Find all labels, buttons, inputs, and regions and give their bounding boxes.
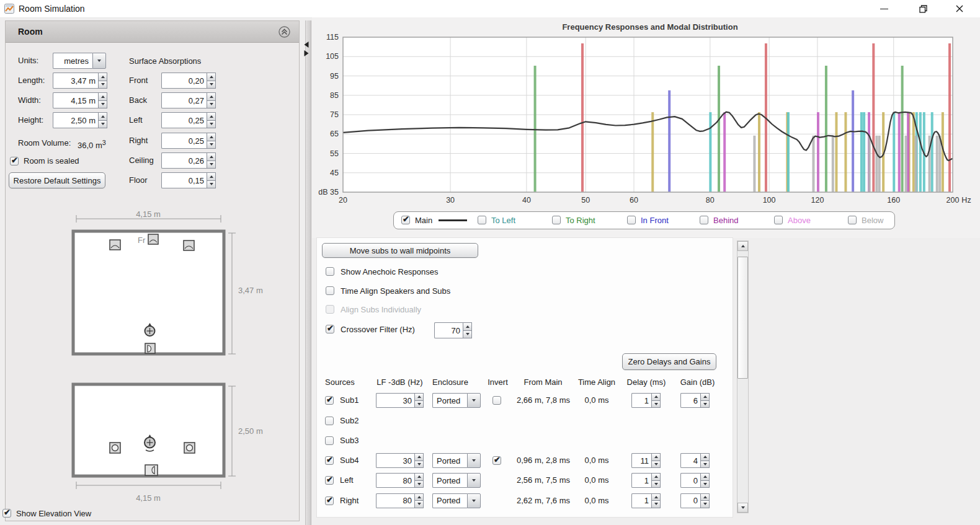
spin-up-button[interactable]	[414, 473, 424, 481]
delay-field-value[interactable]: 1	[631, 473, 651, 488]
source-enable-checkbox[interactable]	[325, 496, 334, 505]
gain-field[interactable]: 6	[680, 393, 710, 408]
show-elevation-view-checkbox[interactable]	[2, 509, 11, 518]
left-speaker-elevation-icon[interactable]	[110, 443, 120, 453]
delay-field-value[interactable]: 1	[631, 493, 651, 508]
chevron-down-icon[interactable]	[467, 473, 481, 488]
lf-cutoff-field[interactable]: 80	[376, 493, 424, 508]
spin-down-button[interactable]	[651, 401, 661, 408]
vertical-scrollbar[interactable]	[737, 240, 749, 513]
minimize-button[interactable]	[870, 0, 898, 17]
enclosure-dropdown[interactable]: Ported	[432, 453, 481, 468]
spin-down-button[interactable]	[651, 481, 661, 488]
align-subs-individually-checkbox[interactable]	[326, 305, 334, 314]
right-speaker-elevation-icon[interactable]	[184, 443, 195, 453]
spin-down-button[interactable]	[700, 501, 710, 508]
gain-field-value[interactable]: 6	[680, 393, 700, 408]
absorption-front-field[interactable]: 0,20	[161, 73, 216, 89]
invert-checkbox[interactable]	[492, 456, 501, 465]
spin-up-button[interactable]	[98, 92, 107, 101]
gain-field[interactable]: 4	[680, 453, 710, 468]
units-dropdown[interactable]: metres	[53, 53, 106, 69]
source-enable-checkbox[interactable]	[325, 476, 334, 485]
show-anechoic-checkbox[interactable]	[326, 267, 334, 276]
delay-field-value[interactable]: 1	[631, 393, 651, 408]
spin-up-button[interactable]	[207, 92, 216, 101]
spin-down-button[interactable]	[98, 101, 107, 109]
enclosure-dropdown[interactable]: Ported	[432, 473, 481, 488]
height-field-value[interactable]: 2,50 m	[53, 112, 98, 128]
spin-down-button[interactable]	[463, 331, 472, 339]
left-speaker-icon[interactable]	[110, 240, 120, 250]
absorption-right-field[interactable]: 0,25	[161, 133, 216, 149]
spin-down-button[interactable]	[207, 161, 216, 169]
subwoofer-icon[interactable]	[145, 343, 155, 353]
room-sealed-checkbox[interactable]	[10, 157, 19, 165]
absorption-floor-field[interactable]: 0,15	[161, 172, 216, 188]
center-speaker-icon[interactable]	[148, 234, 158, 244]
spin-up-button[interactable]	[98, 73, 107, 81]
spin-down-button[interactable]	[414, 481, 424, 488]
chevron-down-icon[interactable]	[467, 493, 481, 508]
delay-field[interactable]: 1	[631, 393, 661, 408]
absorption-right-field-value[interactable]: 0,25	[161, 133, 207, 149]
spin-up-button[interactable]	[414, 493, 424, 501]
panel-splitter[interactable]	[305, 20, 311, 525]
absorption-back-field[interactable]: 0,27	[161, 92, 216, 108]
spin-up-button[interactable]	[207, 112, 216, 121]
width-field-value[interactable]: 4,15 m	[53, 92, 98, 108]
spin-up-button[interactable]	[414, 453, 424, 461]
gain-field-value[interactable]: 4	[680, 453, 700, 468]
lf-cutoff-field[interactable]: 30	[376, 393, 424, 408]
length-field-value[interactable]: 3,47 m	[53, 73, 98, 89]
spin-down-button[interactable]	[207, 121, 216, 129]
spin-down-button[interactable]	[700, 461, 710, 469]
spin-up-button[interactable]	[463, 322, 472, 331]
absorption-left-field-value[interactable]: 0,25	[161, 112, 207, 128]
source-enable-checkbox[interactable]	[325, 396, 334, 405]
spin-down-button[interactable]	[651, 461, 661, 469]
chevron-down-icon[interactable]	[467, 453, 481, 468]
spin-down-button[interactable]	[207, 101, 216, 109]
lf-cutoff-field[interactable]: 80	[376, 473, 424, 488]
lf-cutoff-field-value[interactable]: 80	[376, 473, 414, 488]
spin-up-button[interactable]	[414, 393, 424, 401]
absorption-ceiling-field-value[interactable]: 0,26	[161, 152, 207, 169]
spin-down-button[interactable]	[98, 81, 107, 89]
delay-field-value[interactable]: 11	[631, 453, 651, 468]
spin-down-button[interactable]	[98, 121, 107, 129]
source-enable-checkbox[interactable]	[325, 456, 334, 465]
restore-defaults-button[interactable]: Restore Default Settings	[9, 172, 105, 188]
spin-up-button[interactable]	[207, 73, 216, 81]
move-subs-button[interactable]: Move subs to wall midpoints	[322, 243, 478, 258]
crossover-frequency-field-value[interactable]: 70	[434, 322, 463, 338]
source-enable-checkbox[interactable]	[325, 436, 334, 445]
gain-field[interactable]: 0	[680, 473, 710, 488]
absorption-front-field-value[interactable]: 0,20	[161, 73, 207, 89]
height-field[interactable]: 2,50 m	[53, 112, 107, 128]
spin-down-button[interactable]	[414, 401, 424, 408]
spin-up-button[interactable]	[700, 493, 710, 501]
lf-cutoff-field-value[interactable]: 30	[376, 393, 414, 408]
spin-up-button[interactable]	[207, 152, 216, 161]
delay-field[interactable]: 11	[631, 453, 661, 468]
invert-checkbox[interactable]	[492, 396, 501, 405]
absorption-floor-field-value[interactable]: 0,15	[161, 172, 207, 188]
delay-field[interactable]: 1	[631, 493, 661, 508]
width-field[interactable]: 4,15 m	[53, 92, 107, 108]
collapse-left-icon[interactable]	[305, 42, 309, 48]
spin-down-button[interactable]	[414, 501, 424, 508]
close-button[interactable]	[945, 0, 974, 17]
absorption-ceiling-field[interactable]: 0,26	[161, 152, 216, 169]
gain-field-value[interactable]: 0	[680, 473, 700, 488]
chevron-down-icon[interactable]	[92, 53, 106, 69]
subwoofer-elevation-icon[interactable]	[145, 465, 158, 475]
spin-up-button[interactable]	[700, 393, 710, 401]
spin-down-button[interactable]	[700, 481, 710, 488]
spin-down-button[interactable]	[207, 181, 216, 189]
source-enable-checkbox[interactable]	[325, 417, 334, 425]
collapse-panel-icon[interactable]	[278, 26, 290, 38]
spin-up-button[interactable]	[207, 133, 216, 141]
legend-checkbox-to-right[interactable]	[552, 216, 561, 224]
chevron-down-icon[interactable]	[467, 393, 481, 408]
